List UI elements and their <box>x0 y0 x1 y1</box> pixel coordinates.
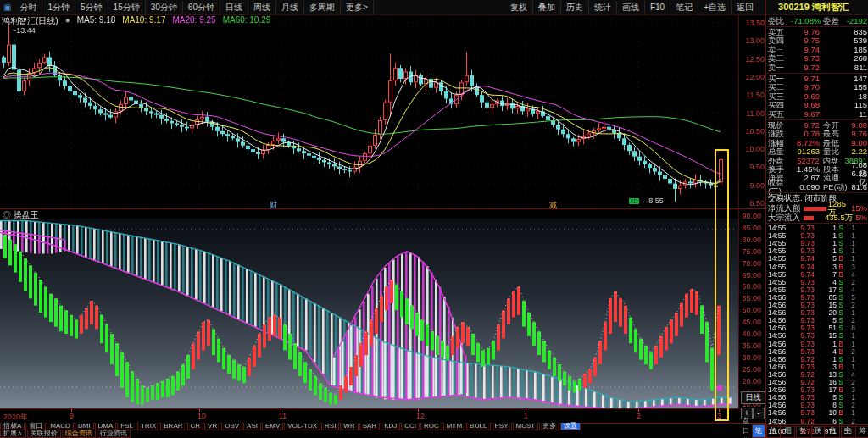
buy-volume: 115 <box>820 101 867 109</box>
quote-panel: 委比-71.08%委差-2192卖五9.76835卖四9.75539卖三9.74… <box>766 14 868 438</box>
price-axis-label: 12.50 <box>739 56 765 64</box>
sell-row-2[interactable]: 卖二9.73268 <box>768 54 867 63</box>
action-button-5[interactable]: F10 <box>645 1 670 14</box>
period-button-0[interactable]: 分时 <box>14 1 42 14</box>
info-tab-3[interactable]: 行业资讯 <box>97 430 131 438</box>
indicator-tab-asi[interactable]: ASI <box>243 423 261 430</box>
sell-price: 9.72 <box>791 64 820 72</box>
price-axis-label: 11.00 <box>739 110 765 118</box>
panel-tab-2[interactable]: 细 <box>782 424 796 438</box>
weibi-row[interactable]: 委比-71.08%委差-2192 <box>768 17 867 25</box>
indicator-title[interactable]: ◎ 操盘王 <box>3 209 39 221</box>
action-button-3[interactable]: 统计 <box>589 1 617 14</box>
indicator-tab-obv[interactable]: OBV <box>221 423 242 430</box>
info-tab-1[interactable]: 关联报价 <box>27 430 61 438</box>
high-price-marker: ~13.44 <box>12 26 36 35</box>
buy-price: 9.70 <box>791 83 820 91</box>
indicator-tab-vol-tdx[interactable]: VOL-TDX <box>284 423 320 430</box>
info-tab-0[interactable]: 扩展∧ <box>0 430 26 438</box>
price-axis-label: 10.00 <box>739 146 765 153</box>
indicator-tab-boll[interactable]: BOLL <box>466 423 490 430</box>
period-button-7[interactable]: 周线 <box>248 1 276 14</box>
info-label2: 最高 <box>823 130 845 138</box>
period-button-2[interactable]: 5分钟 <box>75 1 108 14</box>
indicator-axis-label: 90.00 <box>736 213 761 220</box>
chart-legend: 鸿利智汇(日线) ● MA5: 9.18 MA10: 9.17 MA20: 9.… <box>2 15 270 26</box>
panel-tab-0[interactable]: 笔 <box>752 424 766 438</box>
indicator-tab-mcst[interactable]: MCST <box>513 423 539 430</box>
event-marker-finance[interactable]: 财 <box>270 200 277 211</box>
event-marker-reduce[interactable]: 减 <box>549 200 557 211</box>
indicator-canvas[interactable] <box>0 212 739 409</box>
action-button-4[interactable]: 画线 <box>617 1 645 14</box>
period-button-4[interactable]: 30分钟 <box>146 1 183 14</box>
indicator-tab-brar[interactable]: BRAR <box>160 423 186 430</box>
period-button-8[interactable]: 月线 <box>276 1 304 14</box>
sell-row-4[interactable]: 卖四9.75539 <box>768 36 867 45</box>
flow-row-1[interactable]: 大宗流入435.5万5% <box>768 213 867 222</box>
indicator-axis-label: 40.00 <box>736 330 761 338</box>
info-row-1[interactable]: 涨跌0.78最高9.76 <box>768 130 867 138</box>
info-row-7[interactable]: 收益(三)0.090PE(动)81.6 <box>768 183 867 191</box>
flow-pct: 5% <box>855 213 867 222</box>
action-button-8[interactable]: 返回 <box>732 1 760 14</box>
main-chart-canvas[interactable] <box>0 14 739 208</box>
period-label-box[interactable]: 日线 <box>741 391 765 404</box>
buy-row-2[interactable]: 买二9.70155 <box>768 83 867 91</box>
indicator-axis-label: 65.00 <box>736 272 761 280</box>
sell-row-1[interactable]: 卖一9.72811 <box>768 64 867 72</box>
period-button-1[interactable]: 1分钟 <box>42 1 75 14</box>
indicator-tab-emv[interactable]: EMV <box>262 423 283 430</box>
period-button-6[interactable]: 日线 <box>220 1 248 14</box>
ma5-value: MA5: 9.18 <box>77 15 116 26</box>
indicator-tab-cci[interactable]: CCI <box>401 423 420 430</box>
indicator-tab-sar[interactable]: SAR <box>359 423 380 430</box>
buy-row-4[interactable]: 买四9.68115 <box>768 101 867 109</box>
period-button-5[interactable]: 60分钟 <box>183 1 220 14</box>
buy-row-5[interactable]: 买五9.6711 <box>768 110 867 119</box>
quote-panel-tabs: 盘口栏笔价细势联值主筹 <box>743 424 868 438</box>
panel-tab-4[interactable]: 联 <box>811 424 826 438</box>
panel-tab-3[interactable]: 势 <box>796 424 810 438</box>
window-grid-icon[interactable]: ▣ <box>0 3 14 12</box>
date-tick <box>526 409 526 412</box>
indicator-tab-rsi[interactable]: RSI <box>321 423 339 430</box>
period-button-9[interactable]: 多周期 <box>304 1 341 14</box>
info-value: 0.090 <box>791 183 820 191</box>
panel-tab-7[interactable]: 筹 <box>855 424 868 438</box>
info-tab-2[interactable]: 综合资讯 <box>62 430 96 438</box>
indicator-tab-psy[interactable]: PSY <box>492 423 512 430</box>
sell-label: 卖四 <box>768 36 791 45</box>
indicator-tab-vr[interactable]: VR <box>204 423 220 430</box>
indicator-tab-roc[interactable]: ROC <box>420 423 442 430</box>
panel-tab-6[interactable]: 主 <box>841 424 855 438</box>
indicator-tab-cr[interactable]: CR <box>187 423 204 430</box>
action-button-0[interactable]: 复权 <box>505 1 533 14</box>
indicator-tab-kdj[interactable]: KDJ <box>381 423 400 430</box>
action-button-1[interactable]: 叠加 <box>533 1 561 14</box>
period-button-3[interactable]: 15分钟 <box>108 1 146 14</box>
indicator-tab-mtm[interactable]: MTM <box>443 423 465 430</box>
action-button-7[interactable]: +自选 <box>698 1 732 14</box>
sell-price: 9.73 <box>791 54 820 63</box>
indicator-axis-label: 35.00 <box>736 342 761 350</box>
price-axis-label: 9.00 <box>739 182 765 190</box>
action-button-6[interactable]: 笔记 <box>670 1 698 14</box>
flow-value: 435.5万 <box>825 213 853 222</box>
info-row-3[interactable]: 总量91263量比2.22 <box>768 147 867 156</box>
ma20-value: MA20: 9.25 <box>172 15 215 26</box>
indicator-tab--[interactable]: 更多 <box>539 423 559 430</box>
price-axis-label: 13.50 <box>739 19 765 27</box>
indicator-tab-wr[interactable]: WR <box>340 423 358 430</box>
period-button-10[interactable]: 更多> <box>341 1 374 14</box>
panel-tab-1[interactable]: 价 <box>766 424 781 438</box>
buy-label: 买五 <box>768 110 791 119</box>
indicator-tab-trix[interactable]: TRIX <box>137 423 159 430</box>
date-tick <box>71 409 72 412</box>
indicator-tab--[interactable]: 设置 <box>560 423 581 430</box>
indicator-axis-label: 85.00 <box>736 225 761 232</box>
panel-tab-5[interactable]: 值 <box>826 424 840 438</box>
zoom-out-button[interactable]: - <box>753 408 765 419</box>
action-button-2[interactable]: 历史 <box>561 1 589 14</box>
flow-row-0[interactable]: 净流入额1285万15% <box>768 204 867 213</box>
